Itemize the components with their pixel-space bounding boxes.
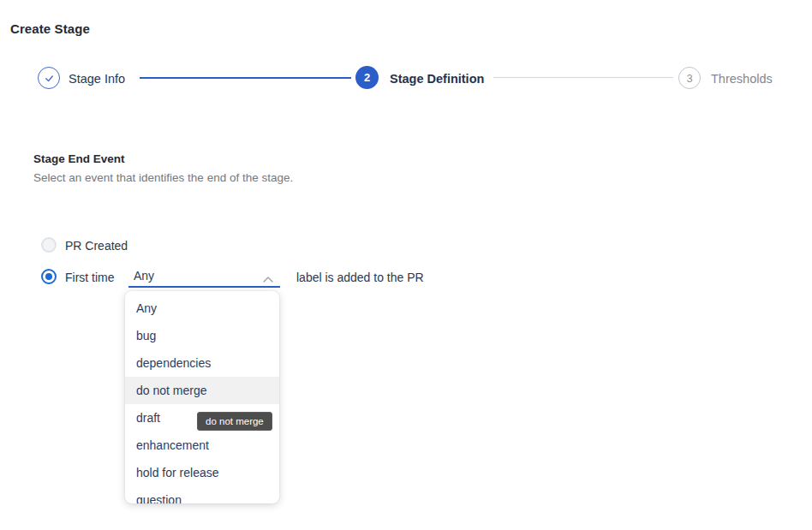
- label-dropdown-menu: Any bug dependencies do not merge draft …: [125, 291, 279, 503]
- step-3-label[interactable]: Thresholds: [711, 72, 773, 86]
- dropdown-item-enhancement[interactable]: enhancement: [125, 432, 279, 459]
- select-suffix-text: label is added to the PR: [296, 271, 424, 284]
- stepper-connector-upcoming: [493, 77, 673, 78]
- radio-first-time[interactable]: [41, 269, 57, 284]
- radio-selected-dot: [45, 273, 52, 280]
- chevron-up-icon[interactable]: [262, 271, 274, 279]
- step-1-indicator[interactable]: [38, 67, 60, 89]
- check-icon: [43, 72, 56, 85]
- radio-first-time-label[interactable]: First time: [65, 271, 115, 284]
- step-3-number: 3: [686, 72, 692, 85]
- step-3-indicator[interactable]: 3: [678, 67, 701, 89]
- step-2-number: 2: [364, 71, 370, 84]
- step-2-label[interactable]: Stage Definition: [390, 72, 484, 86]
- section-heading: Stage End Event: [33, 152, 125, 165]
- create-stage-dialog: Create Stage Stage Info 2 Stage Definiti…: [0, 0, 812, 530]
- tooltip: do not merge: [197, 412, 272, 431]
- dropdown-item-dependencies[interactable]: dependencies: [125, 349, 279, 377]
- section-description: Select an event that identifies the end …: [33, 171, 293, 184]
- stepper-connector-completed: [140, 77, 351, 79]
- radio-pr-created[interactable]: [41, 237, 57, 253]
- dropdown-item-question[interactable]: question: [125, 486, 279, 503]
- radio-pr-created-label[interactable]: PR Created: [65, 239, 128, 253]
- dropdown-item-bug[interactable]: bug: [125, 322, 279, 349]
- step-2-indicator[interactable]: 2: [355, 66, 379, 89]
- page-title: Create Stage: [10, 21, 90, 36]
- label-select-value[interactable]: Any: [134, 269, 154, 283]
- dropdown-item-any[interactable]: Any: [125, 295, 279, 322]
- dropdown-item-do-not-merge[interactable]: do not merge: [125, 377, 279, 404]
- step-1-label[interactable]: Stage Info: [69, 72, 125, 86]
- dropdown-item-hold-for-release[interactable]: hold for release: [125, 459, 279, 486]
